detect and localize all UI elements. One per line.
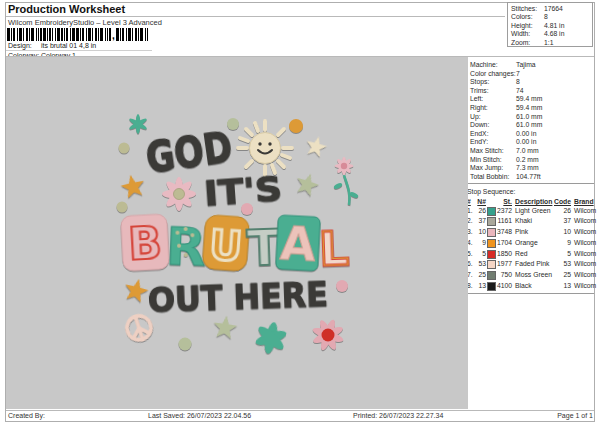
machine-row: Max Stitch: 7.0 mm xyxy=(470,147,594,156)
brutal-letter-r: R xyxy=(165,216,207,277)
summary-row: Colors: 8 xyxy=(511,13,592,21)
stop-needle: 25 xyxy=(475,271,486,282)
app-version-subtitle: Wilcom EmbroideryStudio – Level 3 Advanc… xyxy=(8,18,162,27)
thread-color-swatch xyxy=(487,282,496,291)
thread-color-swatch xyxy=(487,207,496,216)
machine-row: Trims: 74 xyxy=(470,87,594,96)
summary-label: Height: xyxy=(511,22,533,29)
machine-label: EndX: xyxy=(470,130,489,137)
stop-num: 7. xyxy=(467,271,475,282)
summary-label: Width: xyxy=(511,30,530,37)
stop-sequence-row: 7. 25 750 Moss Green 25 Wilcom xyxy=(467,271,594,282)
sage-dot-icon xyxy=(179,338,192,351)
header-divider xyxy=(6,16,505,17)
summary-value: 8 xyxy=(544,13,548,21)
thread-description: Black xyxy=(512,282,554,293)
col-swatch xyxy=(486,198,496,207)
footer-page-number: Page 1 of 1 xyxy=(557,412,593,419)
footer-created-by: Created By: xyxy=(8,412,45,419)
machine-value: 61.0 mm xyxy=(516,113,542,122)
stop-num: 6. xyxy=(467,260,475,271)
stop-needle: 9 xyxy=(475,239,486,250)
brutal-letter-u: U xyxy=(202,215,250,272)
machine-value: 0.2 mm xyxy=(516,156,539,165)
thread-swatch-cell xyxy=(486,271,496,282)
design-summary-panel: Stitches: 17664 Colors: 8 Height: 4.81 i… xyxy=(507,2,593,47)
machine-label: Up: xyxy=(470,113,481,120)
thread-brand: Wilcom xyxy=(571,217,596,228)
stop-stitches: 1704 xyxy=(496,239,512,250)
machine-row: Up: 61.0 mm xyxy=(470,113,594,122)
machine-label: Trims: xyxy=(470,87,489,94)
stop-sequence-title: Stop Sequence: xyxy=(467,187,594,196)
machine-row: Color changes: 7 xyxy=(470,70,594,79)
machine-value: 61.0 mm xyxy=(516,121,542,130)
pink-dot-icon xyxy=(336,280,348,292)
machine-value: 74 xyxy=(516,87,524,96)
machine-label: EndY: xyxy=(470,138,488,145)
svg-text:A: A xyxy=(279,216,318,272)
stop-num: 4. xyxy=(467,239,475,250)
stop-sequence-row: 3. 10 3748 Pink 10 Wilcom xyxy=(467,228,594,239)
machine-label: Machine: xyxy=(470,61,498,68)
stop-sequence-rows: 1. 26 2372 Light Green 26 Wilcom 2. 37 1… xyxy=(467,207,594,295)
thread-color-swatch xyxy=(487,228,496,237)
machine-row: Machine: Tajima xyxy=(470,61,594,70)
col-code: Code xyxy=(554,198,571,207)
thread-description: Orange xyxy=(512,239,554,250)
thread-description: Khaki xyxy=(512,217,554,228)
orange-star-icon xyxy=(119,172,147,199)
thread-brand: Wilcom xyxy=(571,271,596,282)
machine-value: 8 xyxy=(516,78,520,87)
stop-sequence-section: Stop Sequence: # N# St. Description Code… xyxy=(467,183,594,294)
machine-row: Total Bobbin: 104.77ft xyxy=(470,173,594,182)
summary-label: Colors: xyxy=(511,13,533,20)
machine-value: 0.00 in xyxy=(516,130,536,139)
summary-row: Stitches: 17664 xyxy=(511,5,592,13)
stop-num: 8. xyxy=(467,282,475,293)
teal-burst-flower-icon xyxy=(128,114,148,134)
brutal-letter-b: B xyxy=(121,214,170,271)
stop-num: 2. xyxy=(467,217,475,228)
svg-text:R: R xyxy=(165,216,207,277)
thread-code: 5 xyxy=(554,250,571,261)
col-num: # xyxy=(467,198,475,207)
machine-label: Total Bobbin: xyxy=(470,173,509,180)
machine-label: Min Stitch: xyxy=(470,156,502,163)
stop-num: 3. xyxy=(467,228,475,239)
col-stitches: St. xyxy=(496,198,512,207)
summary-value: 4.68 in xyxy=(544,30,564,38)
summary-row: Width: 4.68 in xyxy=(511,30,592,38)
thread-code: 25 xyxy=(554,271,571,282)
machine-row: EndY: 0.00 in xyxy=(470,138,594,147)
thread-swatch-cell xyxy=(486,239,496,250)
stop-needle: 5 xyxy=(475,250,486,261)
stop-sequence-row: 6. 53 1977 Faded Pink 53 Wilcom xyxy=(467,260,594,271)
stop-needle: 26 xyxy=(475,207,486,218)
khaki-dot-icon xyxy=(117,202,128,213)
barcode-bars xyxy=(7,28,111,41)
summary-label: Zoom: xyxy=(511,39,530,46)
thread-code: 10 xyxy=(554,228,571,239)
thread-swatch-cell xyxy=(486,250,496,261)
orange-star-icon xyxy=(122,276,151,304)
stop-stitches: 4100 xyxy=(496,282,512,293)
footer-last-saved: Last Saved: 26/07/2023 22.04.56 xyxy=(148,412,251,419)
stop-stitches: 2372 xyxy=(496,207,512,218)
thread-description: Pink xyxy=(512,228,554,239)
thread-description: Moss Green xyxy=(512,271,554,282)
design-label: Design: xyxy=(8,42,39,49)
col-brand: Brand xyxy=(571,198,594,207)
machine-label: Color changes: xyxy=(470,70,516,77)
thread-swatch-cell xyxy=(486,260,496,271)
thread-color-swatch xyxy=(487,271,496,280)
machine-row: Left: 59.4 mm xyxy=(470,95,594,104)
words-out-here: OUT HERE xyxy=(147,275,328,320)
embroidery-artwork: GOD IT'S B R xyxy=(6,57,468,409)
stop-sequence-row: 4. 9 1704 Orange 9 Wilcom xyxy=(467,239,594,250)
pink-daisy-icon xyxy=(162,177,196,211)
summary-row: Height: 4.81 in xyxy=(511,22,592,30)
svg-text:U: U xyxy=(208,222,244,270)
machine-value: 59.4 mm xyxy=(516,104,542,113)
stop-needle: 37 xyxy=(475,217,486,228)
